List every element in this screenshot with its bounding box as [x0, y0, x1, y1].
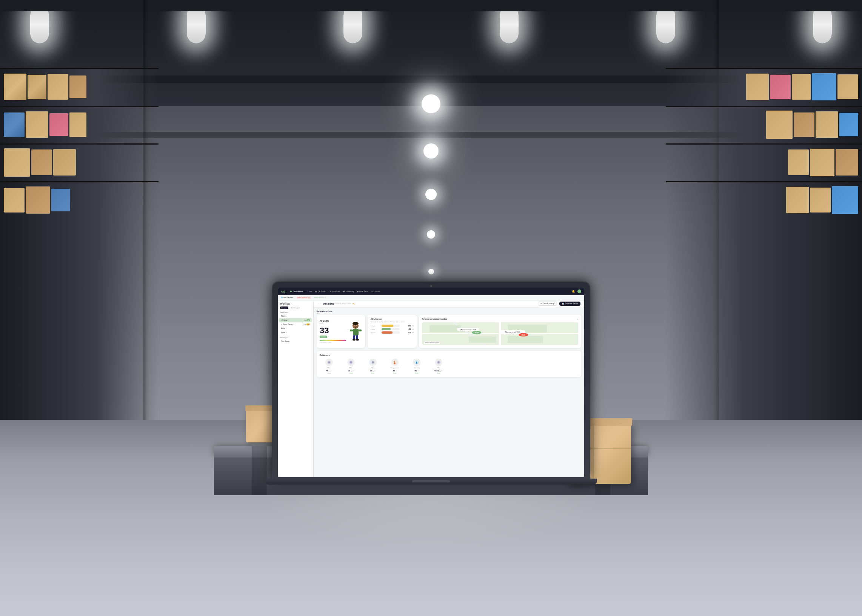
nav-item-export[interactable]: ↓ Export Data: [329, 290, 341, 292]
shelf-row: [685, 181, 862, 219]
avg-row-8h: 8 hour 43 µg: [371, 328, 414, 330]
avg-unit-8h: µg: [412, 328, 414, 330]
box: [4, 188, 25, 212]
svg-rect-18: [469, 337, 496, 343]
camera: [430, 285, 432, 287]
vanishing-lights: [422, 94, 440, 274]
box: [810, 188, 831, 212]
breadcrumb-sub: Found at: Street > parlor 2 ✏️: [335, 303, 355, 305]
ceiling-light: [344, 6, 362, 43]
box: [816, 112, 838, 138]
pm4-label: PM₄: [437, 367, 440, 369]
svg-text:Ambient:33: Ambient:33: [460, 329, 476, 330]
svg-rect-8: [358, 330, 361, 332]
box: [47, 74, 68, 100]
svg-point-30: [328, 361, 330, 363]
pm10-status: Good: [350, 372, 353, 374]
group-header-1: Tata Power: [278, 311, 313, 314]
temp-icon: [391, 358, 399, 366]
temp-label: Temperature: [391, 367, 399, 369]
pm10-icon: [347, 358, 355, 366]
svg-point-37: [394, 363, 396, 364]
sidebar-tab-grouped[interactable]: Grouped: [280, 306, 288, 309]
pollutant-pm10: PM₁₀ 95 µg/m³ Good: [342, 358, 360, 374]
shelf-row: [0, 68, 140, 106]
temp-value-row: 32 °C: [393, 369, 397, 372]
shelf-row: [685, 106, 862, 143]
device-settings-btn[interactable]: ⚙ Device Settings: [538, 302, 557, 306]
nav-logo: AQI: [281, 290, 286, 293]
pm25-label: PM₂.₅: [327, 367, 331, 369]
nav-item-qrcode[interactable]: ▣ QR Code: [315, 290, 326, 292]
box: [794, 113, 815, 137]
pm10-2-status: Good: [371, 372, 375, 374]
user-avatar[interactable]: [578, 289, 581, 293]
nav-right: 🔔: [572, 289, 581, 293]
box: [837, 74, 858, 99]
refresh-icon[interactable]: ↻: [577, 318, 578, 321]
main-content: My Devices Grouped Not Grouped Tata Powe…: [278, 300, 584, 477]
svg-point-4: [354, 325, 354, 325]
box: [746, 74, 769, 100]
svg-point-32: [350, 361, 352, 363]
vanish-light: [427, 230, 435, 239]
svg-point-40: [437, 361, 440, 363]
sidebar-item-tata[interactable]: Tata Power: [279, 339, 312, 344]
shelf-row: [685, 68, 862, 106]
pollutants-title: Pollutants: [320, 354, 578, 356]
avg-unit-12h: µg: [412, 332, 414, 333]
vanish-light: [429, 269, 434, 274]
avg-bar-fill-12h: [382, 332, 393, 334]
online-devices: Online Devices: 5: [314, 297, 326, 299]
pollutants-section: Pollutants PM₂.₅: [317, 351, 581, 377]
sidebar-item-floor3[interactable]: Floor 3: [279, 331, 312, 335]
humidity-label: Humidity: [414, 367, 420, 369]
sidebar-item-havoc[interactable]: + Havoc Sensor 123 µg: [279, 322, 312, 327]
nav-item-realtime[interactable]: ◉ Real Time: [357, 290, 368, 292]
last-updated: Last Update: 3 days: [320, 342, 346, 344]
nav-arrow: ← →: [317, 303, 321, 305]
avg-bar-12h: [382, 332, 400, 334]
box: [26, 112, 48, 138]
box: [792, 74, 811, 100]
pm4-icon: [435, 358, 442, 366]
sidebar-item-ambient[interactable]: • Ambient 33 µg: [279, 318, 312, 322]
svg-rect-17: [430, 325, 461, 333]
distance-label: Nearest Monitor: 2.6 km: [424, 342, 440, 344]
box: [766, 111, 793, 139]
pm10-value-row: 95 µg/m³: [348, 369, 354, 372]
avg-rows: 1 hour 56 µg: [371, 325, 414, 334]
box-pink: [770, 75, 791, 99]
top-nav: AQI Dashboard ☰ Live ▣ QR Code ↓ Export …: [278, 288, 584, 295]
pm4-status: Good: [437, 372, 440, 374]
warehouse-background: AQI Dashboard ☰ Live ▣ QR Code ↓ Export …: [0, 0, 862, 616]
offline-badge: Offline Devices: 15: [296, 296, 311, 299]
sidebar-item-floor1[interactable]: Floor 1: [279, 314, 312, 318]
good-badge: GOOD: [320, 336, 327, 338]
bell-icon[interactable]: 🔔: [572, 290, 575, 293]
shelf-row: [0, 143, 140, 181]
sidebar-tab-notgrouped[interactable]: Not Grouped: [290, 306, 301, 309]
box-blue: [832, 186, 858, 214]
svg-point-34: [372, 361, 374, 363]
sidebar-item-floor2[interactable]: Floor 2: [279, 327, 312, 331]
box: [4, 148, 30, 177]
svg-text:33: 33: [521, 335, 526, 336]
nav-item-dashboard[interactable]: Dashboard: [290, 290, 303, 292]
nav-item-streaming[interactable]: ▶ Streaming: [344, 290, 354, 292]
aqi-good-badge: µg: [306, 319, 310, 321]
generate-report-btn[interactable]: 📊 Generate Report: [559, 302, 581, 306]
svg-rect-20: [508, 336, 543, 343]
ceiling-light: [500, 6, 518, 43]
aqi-avg-card: AQI Average Average air quality of 1 hou…: [367, 315, 417, 348]
sub-nav: 20 New Devices Offline Devices: 15 Onlin…: [278, 295, 584, 300]
mascot-figure: [349, 322, 362, 341]
svg-text:Nearest:33: Nearest:33: [505, 332, 520, 333]
shelf-row: [0, 181, 140, 219]
realtime-section: Real-time Data Air Quality Index: [314, 307, 584, 477]
nav-item-live[interactable]: ☰ Live: [306, 290, 312, 292]
nav-item-lanzers[interactable]: ☁ Lanzers: [371, 290, 380, 292]
tape-vertical: [592, 423, 594, 484]
svg-point-12: [356, 339, 359, 341]
humidity-status: Good: [415, 372, 419, 374]
